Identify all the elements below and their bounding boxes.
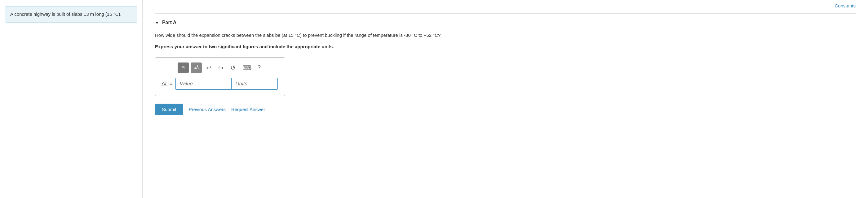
matrix-button[interactable]: ⊞ — [178, 63, 189, 73]
page-layout: A concrete highway is built of slabs 13 … — [0, 0, 868, 198]
value-input[interactable] — [176, 78, 231, 90]
part-a-title: Part A — [162, 20, 177, 25]
part-a-collapse-arrow[interactable]: ▼ — [155, 21, 159, 25]
matrix-icon: ⊞ — [181, 66, 185, 70]
main-content: Constants ▼ Part A How wide should the e… — [143, 0, 868, 198]
previous-answers-link[interactable]: Previous Answers — [189, 107, 226, 112]
keyboard-button[interactable]: ⌨ — [240, 63, 254, 73]
action-row: Submit Previous Answers Request Answer — [155, 104, 856, 115]
undo-icon: ↩ — [206, 64, 211, 72]
input-row: ΔL = — [161, 78, 279, 90]
units-input[interactable] — [231, 78, 278, 90]
sidebar: A concrete highway is built of slabs 13 … — [0, 0, 143, 198]
constants-link[interactable]: Constants — [835, 3, 856, 8]
keyboard-icon: ⌨ — [242, 64, 251, 72]
question-emphasis: Express your answer to two significant f… — [155, 43, 856, 50]
redo-icon: ↪ — [218, 64, 223, 72]
part-a-section: ▼ Part A How wide should the expansion c… — [155, 20, 856, 115]
question-text: How wide should the expansion cracks bet… — [155, 32, 856, 39]
answer-box: ⊞ μÅ ↩ ↪ ↺ ⌨ — [155, 57, 285, 96]
refresh-icon: ↺ — [230, 64, 236, 72]
undo-button[interactable]: ↩ — [204, 63, 214, 73]
submit-button[interactable]: Submit — [155, 104, 183, 115]
request-answer-link[interactable]: Request Answer — [231, 107, 265, 112]
constants-section: Constants — [155, 0, 856, 13]
delta-label: ΔL = — [161, 81, 173, 87]
problem-text: A concrete highway is built of slabs 13 … — [5, 6, 137, 23]
toolbar: ⊞ μÅ ↩ ↪ ↺ ⌨ — [161, 63, 279, 73]
refresh-button[interactable]: ↺ — [228, 63, 238, 73]
help-button[interactable]: ? — [256, 64, 262, 72]
part-a-header: ▼ Part A — [155, 20, 856, 25]
redo-button[interactable]: ↪ — [216, 63, 226, 73]
help-icon: ? — [258, 64, 261, 71]
mu-angstrom-icon: μÅ — [194, 66, 199, 70]
mu-angstrom-button[interactable]: μÅ — [191, 63, 202, 73]
